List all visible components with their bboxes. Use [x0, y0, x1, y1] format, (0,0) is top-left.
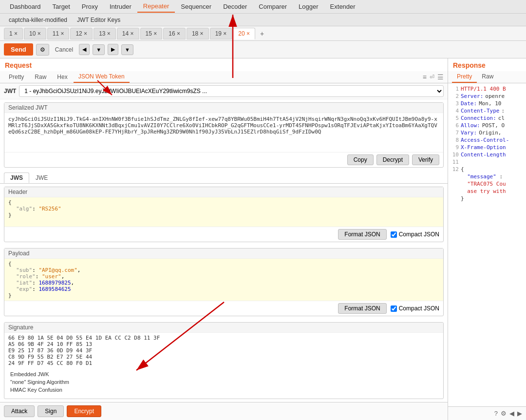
sub-menu-bar: captcha-killer-modified JWT Editor Keys [0, 14, 526, 26]
nav-down-button[interactable]: ▼ [93, 44, 105, 55]
back-icon[interactable]: ◀ [509, 410, 514, 417]
response-section-title: Response [448, 58, 526, 71]
verify-button[interactable]: Verify [412, 154, 439, 165]
toolbar: Send ⚙ Cancel ◀ ▼ ▶ ▼ [0, 41, 526, 58]
serialized-title: Serialized JWT [4, 103, 443, 113]
sub-menu-captcha[interactable]: captcha-killer-modified [4, 15, 72, 25]
tab-14[interactable]: 14 × [117, 28, 139, 39]
header-compact-json-checkbox[interactable] [391, 231, 397, 238]
tabs-bar: 1 × 10 × 11 × 12 × 13 × 14 × 15 × 16 × 1… [0, 26, 526, 41]
newline-icon[interactable]: ⏎ [430, 74, 434, 80]
tab-add[interactable]: + [256, 28, 268, 39]
req-tab-raw[interactable]: Raw [30, 72, 51, 82]
request-tabs: Pretty Raw Hex JSON Web Token ≡ ⏎ ☰ [0, 71, 448, 83]
attack-none-signing[interactable]: "none" Signing Algorithm [8, 378, 439, 386]
serialized-jwt-section: Serialized JWT cyJhbGciOiJSUzI1NiJ9.TkG4… [4, 102, 444, 168]
nav-down2-button[interactable]: ▼ [121, 44, 133, 55]
signature-hex: 66 E9 80 1A 5E 04 D0 55 E4 1D EA CC C2 D… [4, 333, 443, 368]
right-panel: Response Pretty Raw 1HTTP/1.1 400 B 2Ser… [448, 58, 526, 420]
menu-item-sequencer[interactable]: Sequencer [175, 1, 217, 12]
menu-item-logger[interactable]: Logger [293, 1, 324, 12]
jws-tab[interactable]: JWS [4, 172, 29, 183]
req-tab-jwt[interactable]: JSON Web Token [74, 71, 130, 83]
sign-button[interactable]: Sign [38, 405, 64, 417]
signature-section: Signature 66 E9 80 1A 5E 04 D0 55 E4 1D … [4, 322, 444, 399]
menu-item-proxy[interactable]: Proxy [76, 1, 104, 12]
resp-tab-raw[interactable]: Raw [477, 71, 498, 83]
help-icon[interactable]: ? [494, 410, 498, 417]
settings-button[interactable]: ⚙ [36, 44, 49, 56]
copy-button[interactable]: Copy [347, 154, 374, 165]
payload-footer: Format JSON Compact JSON [4, 301, 443, 316]
req-tab-pretty[interactable]: Pretty [4, 72, 29, 82]
header-compact-json-label[interactable]: Compact JSON [391, 231, 439, 238]
bottom-toolbar: Attack Sign Encrypt [0, 402, 448, 420]
nav-right-button[interactable]: ▶ [108, 44, 118, 55]
forward-icon[interactable]: ▶ [517, 410, 522, 417]
menu-item-comparer[interactable]: Comparer [253, 1, 293, 12]
menu-item-repeater[interactable]: Repeater [137, 0, 175, 13]
main-layout: Request Pretty Raw Hex JSON Web Token ≡ … [0, 58, 526, 420]
jwe-tab[interactable]: JWE [29, 172, 54, 183]
tab-1[interactable]: 1 × [4, 28, 23, 39]
tab-19[interactable]: 19 × [210, 28, 232, 39]
tab-16[interactable]: 16 × [163, 28, 186, 39]
payload-compact-json-checkbox[interactable] [391, 305, 397, 312]
format-icon[interactable]: ≡ [423, 73, 427, 81]
nav-left-button[interactable]: ◀ [79, 44, 90, 55]
payload-title: Payload [4, 248, 443, 259]
header-format-json-button[interactable]: Format JSON [338, 229, 386, 240]
decrypt-button[interactable]: Decrypt [376, 154, 409, 165]
jwt-label: JWT [4, 88, 16, 95]
header-content[interactable]: { "alg": "RS256" } [4, 197, 443, 227]
request-section-title: Request [0, 58, 448, 71]
tab-10[interactable]: 10 × [24, 28, 46, 39]
encrypt-button[interactable]: Encrypt [67, 405, 101, 417]
tab-18[interactable]: 18 × [187, 28, 209, 39]
header-compact-json-text: Compact JSON [399, 231, 439, 238]
tab-20[interactable]: 20 × [233, 28, 255, 39]
cancel-button[interactable]: Cancel [52, 44, 76, 55]
tab-13[interactable]: 13 × [94, 28, 116, 39]
menu-bar: Dashboard Target Proxy Intruder Repeater… [0, 0, 526, 14]
attack-hmac-key[interactable]: HMAC Key Confusion [8, 386, 439, 394]
menu-item-extender[interactable]: Extender [324, 1, 361, 12]
payload-content[interactable]: { "sub": "API@qq.com", "role": "user", "… [4, 259, 443, 301]
attack-embedded-jwk[interactable]: Embedded JWK [8, 370, 439, 378]
payload-compact-json-text: Compact JSON [399, 305, 439, 312]
menu-item-dashboard[interactable]: Dashboard [4, 1, 47, 12]
signature-attacks: Embedded JWK "none" Signing Algorithm HM… [4, 368, 443, 396]
settings-icon-right[interactable]: ⚙ [501, 410, 507, 417]
resp-tab-pretty[interactable]: Pretty [452, 71, 477, 83]
attack-button[interactable]: Attack [4, 405, 35, 417]
jwt-select[interactable]: 1 - eyJhbGciOiJSUzI1NiJ9.eyJzdWIiOiJBUEl… [19, 85, 444, 97]
signature-title: Signature [4, 323, 443, 333]
response-content: 1HTTP/1.1 400 B 2Server: openre 3Date: M… [448, 83, 526, 406]
payload-compact-json-label[interactable]: Compact JSON [391, 305, 439, 312]
header-section: Header { "alg": "RS256" } Format JSON Co… [4, 187, 444, 242]
jws-tabs: JWS JWE [0, 171, 448, 184]
req-tab-hex[interactable]: Hex [52, 72, 72, 82]
jwt-row: JWT 1 - eyJhbGciOiJSUzI1NiJ9.eyJzdWIiOiJ… [0, 83, 448, 99]
payload-section: Payload { "sub": "API@qq.com", "role": "… [4, 248, 444, 316]
serialized-buttons: Copy Decrypt Verify [4, 152, 443, 167]
payload-format-json-button[interactable]: Format JSON [338, 303, 386, 314]
header-title: Header [4, 187, 443, 197]
tab-12[interactable]: 12 × [70, 28, 93, 39]
send-button[interactable]: Send [4, 43, 33, 56]
left-panel: Request Pretty Raw Hex JSON Web Token ≡ … [0, 58, 448, 420]
sub-menu-jwt-keys[interactable]: JWT Editor Keys [72, 15, 125, 25]
response-tabs: Pretty Raw [448, 71, 526, 83]
tab-15[interactable]: 15 × [140, 28, 163, 39]
menu-icon[interactable]: ☰ [437, 73, 444, 81]
menu-item-intruder[interactable]: Intruder [104, 1, 137, 12]
serialized-content: cyJhbGciOiJSUzI1NiJ9.TkG4-anIXHnNW0f3Bfu… [4, 113, 443, 152]
header-footer: Format JSON Compact JSON [4, 227, 443, 242]
tab-11[interactable]: 11 × [47, 28, 70, 39]
menu-item-decoder[interactable]: Decoder [217, 1, 253, 12]
menu-item-target[interactable]: Target [47, 1, 76, 12]
